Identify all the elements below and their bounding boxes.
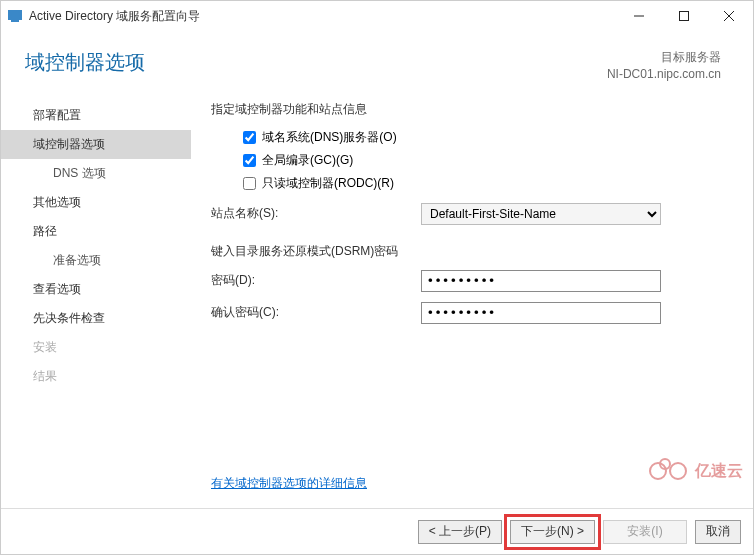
target-label: 目标服务器: [607, 49, 721, 66]
sidebar: 部署配置 域控制器选项 DNS 选项 其他选项 路径 准备选项 查看选项 先决条…: [1, 101, 191, 391]
main-panel: 指定域控制器功能和站点信息 域名系统(DNS)服务器(O) 全局编录(GC)(G…: [191, 101, 753, 391]
page-title: 域控制器选项: [25, 49, 145, 76]
checkbox-dns[interactable]: [243, 131, 256, 144]
checkbox-dns-row[interactable]: 域名系统(DNS)服务器(O): [239, 128, 725, 147]
checkbox-dns-label: 域名系统(DNS)服务器(O): [262, 129, 397, 146]
checkbox-rodc[interactable]: [243, 177, 256, 190]
password-row: 密码(D):: [211, 270, 725, 292]
site-label: 站点名称(S):: [211, 205, 421, 222]
prev-button[interactable]: < 上一步(P): [418, 520, 502, 544]
password-input[interactable]: [421, 270, 661, 292]
sidebar-item-dns-options[interactable]: DNS 选项: [1, 159, 191, 188]
confirm-password-input[interactable]: [421, 302, 661, 324]
confirm-row: 确认密码(C):: [211, 302, 725, 324]
sidebar-item-results: 结果: [1, 362, 191, 391]
svg-rect-0: [8, 10, 22, 20]
confirm-label: 确认密码(C):: [211, 304, 421, 321]
watermark: 亿速云: [649, 458, 743, 484]
sidebar-item-install: 安装: [1, 333, 191, 362]
watermark-text: 亿速云: [695, 461, 743, 482]
capabilities-label: 指定域控制器功能和站点信息: [211, 101, 725, 118]
checkbox-rodc-label: 只读域控制器(RODC)(R): [262, 175, 394, 192]
dsrm-label: 键入目录服务还原模式(DSRM)密码: [211, 243, 725, 260]
window-title: Active Directory 域服务配置向导: [29, 8, 200, 25]
footer: < 上一步(P) 下一步(N) > 安装(I) 取消: [1, 508, 753, 554]
checkbox-gc-row[interactable]: 全局编录(GC)(G): [239, 151, 725, 170]
sidebar-item-deployment[interactable]: 部署配置: [1, 101, 191, 130]
titlebar: Active Directory 域服务配置向导: [1, 1, 753, 31]
sidebar-item-prereq[interactable]: 先决条件检查: [1, 304, 191, 333]
cancel-button[interactable]: 取消: [695, 520, 741, 544]
next-button[interactable]: 下一步(N) >: [510, 520, 595, 544]
body: 部署配置 域控制器选项 DNS 选项 其他选项 路径 准备选项 查看选项 先决条…: [1, 89, 753, 391]
install-button: 安装(I): [603, 520, 687, 544]
checkbox-gc[interactable]: [243, 154, 256, 167]
sidebar-item-paths[interactable]: 路径: [1, 217, 191, 246]
site-select[interactable]: Default-First-Site-Name: [421, 203, 661, 225]
sidebar-item-review[interactable]: 查看选项: [1, 275, 191, 304]
sidebar-item-dc-options[interactable]: 域控制器选项: [1, 130, 191, 159]
minimize-button[interactable]: [616, 1, 661, 31]
target-server: NI-DC01.nipc.com.cn: [607, 66, 721, 83]
svg-rect-1: [11, 20, 19, 22]
svg-rect-3: [679, 12, 688, 21]
header: 域控制器选项 目标服务器 NI-DC01.nipc.com.cn: [1, 31, 753, 89]
checkbox-gc-label: 全局编录(GC)(G): [262, 152, 353, 169]
sidebar-item-prepare[interactable]: 准备选项: [1, 246, 191, 275]
maximize-button[interactable]: [661, 1, 706, 31]
checkbox-rodc-row[interactable]: 只读域控制器(RODC)(R): [239, 174, 725, 193]
app-icon: [7, 8, 23, 24]
target-server-info: 目标服务器 NI-DC01.nipc.com.cn: [607, 49, 721, 83]
sidebar-item-other-options[interactable]: 其他选项: [1, 188, 191, 217]
site-row: 站点名称(S): Default-First-Site-Name: [211, 203, 725, 225]
more-info-link[interactable]: 有关域控制器选项的详细信息: [211, 475, 367, 492]
password-label: 密码(D):: [211, 272, 421, 289]
close-button[interactable]: [706, 1, 751, 31]
